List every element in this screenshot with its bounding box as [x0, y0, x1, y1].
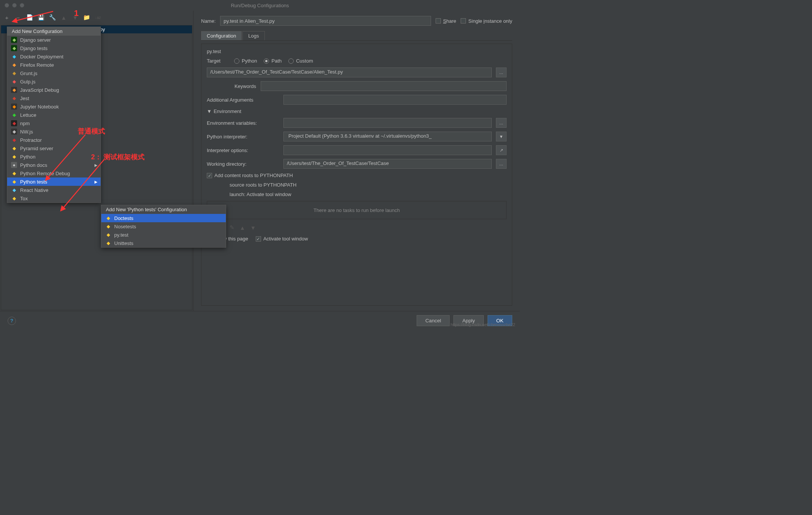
keywords-label: Keywords	[207, 83, 256, 89]
config-type-icon: ◆	[11, 70, 17, 76]
config-type-icon: ◆	[11, 187, 17, 193]
activate-tool-checkbox[interactable]	[256, 236, 261, 242]
before-up-icon[interactable]: ▲	[239, 225, 245, 231]
radio-path[interactable]	[264, 58, 269, 64]
menu-item[interactable]: ◆React Native	[7, 186, 101, 194]
menu-item[interactable]: ◆Lettuce	[7, 111, 101, 119]
section-title: py.test	[207, 49, 507, 54]
python-interpreter-label: Python interpreter:	[207, 134, 279, 140]
config-type-icon: ◆	[11, 112, 17, 118]
content-roots-label: Add content roots to PYTHONPATH	[214, 173, 293, 178]
settings-icon[interactable]: 🔧	[49, 14, 55, 20]
save-config-icon[interactable]: 💾	[38, 14, 44, 20]
config-type-icon: ◆	[11, 137, 17, 143]
menu-item[interactable]: ◆Grunt.js	[7, 69, 101, 77]
sort-icon[interactable]: ↓az	[95, 14, 101, 20]
activate-tool-label: Activate tool window	[263, 236, 308, 242]
interpreter-options-input[interactable]	[283, 145, 492, 155]
before-launch-header[interactable]: launch: Activate tool window	[207, 192, 507, 197]
config-type-icon: ◆	[11, 195, 17, 201]
tab-configuration[interactable]: Configuration	[201, 31, 242, 40]
menu-item[interactable]: ◆Python tests▶	[7, 177, 101, 186]
single-instance-label: Single instance onlySingle instance only	[468, 18, 512, 24]
menu-item[interactable]: ◆Protractor	[7, 136, 101, 144]
config-type-icon: ◆	[11, 120, 17, 126]
remove-config-icon[interactable]: −	[15, 14, 21, 20]
copy-config-icon[interactable]: 📄	[27, 14, 33, 20]
menu-item[interactable]: ◆Jest	[7, 94, 101, 102]
menu-item[interactable]: ◆Jupyter Notebook	[7, 102, 101, 111]
menu-item[interactable]: ◆Pyramid server	[7, 144, 101, 152]
target-path-input[interactable]: /Users/test/The_Order_Of_TestCase/TestCa…	[207, 68, 492, 77]
menu-item[interactable]: ◆JavaScript Debug	[7, 86, 101, 94]
config-type-icon: ◆	[11, 145, 17, 151]
help-button[interactable]: ?	[8, 317, 16, 325]
interpreter-dropdown-button[interactable]: ▼	[496, 132, 507, 141]
submenu-item[interactable]: ◆Nosetests	[101, 222, 226, 231]
add-configuration-menu[interactable]: Add New Configuration ◆Django server◆Dja…	[7, 27, 101, 203]
add-config-icon[interactable]: +	[4, 14, 10, 20]
config-type-icon: ◆	[11, 62, 17, 68]
radio-custom[interactable]	[288, 58, 294, 64]
env-vars-edit-button[interactable]: …	[496, 118, 507, 128]
config-type-icon: ◆	[11, 45, 17, 51]
menu-item[interactable]: ◆Django server	[7, 36, 101, 44]
environment-section-header[interactable]: ▼Environment	[207, 108, 507, 114]
working-dir-browse-button[interactable]: …	[496, 159, 507, 169]
menu-item[interactable]: ◆Python Remote Debug	[7, 169, 101, 177]
menu-header: Add New Configuration	[7, 27, 101, 36]
submenu-item[interactable]: ◆Unittests	[101, 239, 226, 247]
env-vars-input[interactable]	[283, 118, 492, 128]
folder-icon[interactable]: 📁	[83, 14, 90, 20]
additional-args-input[interactable]	[283, 95, 507, 105]
env-vars-label: Environment variables:	[207, 120, 279, 126]
config-type-icon: ◆	[11, 154, 17, 160]
menu-item[interactable]: ◆Gulp.js	[7, 77, 101, 86]
config-type-icon: ◆	[11, 162, 17, 168]
config-type-icon: ◆	[11, 79, 17, 85]
name-input[interactable]	[220, 16, 431, 26]
menu-item[interactable]: ◆npm	[7, 119, 101, 127]
interpreter-options-label: Interpreter options:	[207, 148, 279, 153]
working-dir-label: Working directory:	[207, 161, 279, 167]
submenu-item[interactable]: ◆py.test	[101, 231, 226, 239]
config-type-icon: ◆	[105, 215, 111, 221]
python-tests-submenu[interactable]: Add New 'Python tests' Configuration ◆Do…	[101, 205, 226, 248]
working-dir-input[interactable]: /Users/test/The_Order_Of_TestCase/TestCa…	[283, 159, 492, 169]
before-down-icon[interactable]: ▼	[250, 225, 256, 231]
submenu-item[interactable]: ◆Doctests	[101, 214, 226, 222]
config-type-icon: ◆	[11, 104, 17, 110]
share-checkbox[interactable]	[436, 18, 441, 24]
python-interpreter-select[interactable]: Project Default (Python 3.6.3 virtualenv…	[283, 132, 492, 141]
name-label: Name:	[201, 18, 216, 24]
menu-item[interactable]: ◆Python	[7, 152, 101, 161]
up-icon[interactable]: ▲	[61, 14, 67, 20]
menu-item[interactable]: ◆Python docs▶	[7, 161, 101, 169]
menu-item[interactable]: ◆Tox	[7, 194, 101, 203]
menu-item[interactable]: ◆Django tests	[7, 44, 101, 52]
before-launch-list: There are no tasks to run before launch	[207, 201, 507, 219]
target-label: Target	[207, 58, 230, 64]
browse-path-button[interactable]: …	[496, 68, 507, 77]
radio-python[interactable]	[234, 58, 239, 64]
menu-item[interactable]: ◆Docker Deployment	[7, 52, 101, 61]
content-roots-checkbox[interactable]	[207, 173, 212, 178]
source-roots-label: source roots to PYTHONPATH	[230, 182, 297, 188]
menu-item[interactable]: ◆Firefox Remote	[7, 61, 101, 69]
keywords-input[interactable]	[261, 81, 507, 91]
config-type-icon: ◆	[11, 95, 17, 101]
submenu-header: Add New 'Python tests' Configuration	[101, 205, 226, 214]
cancel-button[interactable]: Cancel	[417, 315, 450, 326]
before-edit-icon[interactable]: ✎	[229, 225, 235, 231]
menu-item[interactable]: ◆NW.js	[7, 127, 101, 136]
single-instance-checkbox[interactable]	[461, 18, 466, 24]
interpreter-options-expand-button[interactable]: ↗	[496, 145, 507, 155]
down-icon[interactable]: ▼	[72, 14, 78, 20]
window-title: Run/Debug Configurations	[0, 3, 520, 8]
additional-args-label: Additional Arguments	[207, 97, 279, 103]
sidebar-toolbar: + − 📄 💾 🔧 ▲ ▼ 📁 ↓az	[0, 11, 193, 24]
watermark: https://blog.csdn.net/chenmozhe22	[450, 322, 515, 327]
config-type-icon: ◆	[11, 170, 17, 176]
tab-logs[interactable]: Logs	[242, 31, 264, 40]
config-type-icon: ◆	[105, 232, 111, 238]
